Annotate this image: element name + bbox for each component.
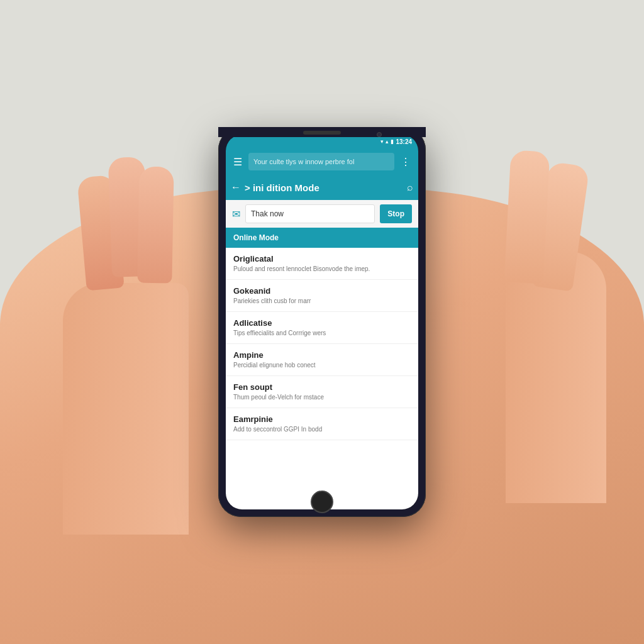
envelope-icon: ✉ bbox=[232, 208, 240, 220]
phone-screen: ▾ ▴ ▮ 13:24 ☰ Your culte tlys w innow pe… bbox=[226, 135, 418, 509]
list-item-title: Fen soupt bbox=[233, 382, 411, 392]
list-item-title: Gokeanid bbox=[233, 286, 411, 296]
toolbar-title-prefix: > bbox=[245, 182, 250, 193]
status-icons: ▾ ▴ ▮ 13:24 bbox=[380, 138, 412, 145]
more-icon[interactable]: ⋮ bbox=[398, 153, 413, 170]
phone-top-bar bbox=[218, 127, 426, 137]
list-item-title: Ampine bbox=[233, 350, 411, 360]
list-item[interactable]: Origlicatal Puloud and resont lennoclet … bbox=[226, 248, 418, 280]
search-input[interactable] bbox=[245, 204, 375, 223]
list-item-title: Adlicatise bbox=[233, 318, 411, 328]
time-display: 13:24 bbox=[396, 138, 412, 145]
app-bar: ☰ Your culte tlys w innow perbre fol ⋮ bbox=[226, 148, 418, 175]
hamburger-icon[interactable]: ☰ bbox=[231, 153, 245, 170]
list-item-subtitle: Puloud and resont lennoclet Bisonvode th… bbox=[233, 265, 411, 273]
list-item[interactable]: Ampine Percidial elignune hob conect bbox=[226, 344, 418, 376]
list-item[interactable]: Fen soupt Thum peoul de-Velch for mstace bbox=[226, 376, 418, 408]
battery-icon: ▮ bbox=[391, 138, 394, 145]
list-item-subtitle: Pariekies clith cusb for marr bbox=[233, 297, 411, 305]
toolbar-title: > ini dition Mode bbox=[245, 182, 403, 193]
app-bar-title-text: Your culte tlys w innow perbre fol bbox=[253, 158, 354, 165]
scene: ▾ ▴ ▮ 13:24 ☰ Your culte tlys w innow pe… bbox=[0, 0, 644, 644]
app-bar-title-box[interactable]: Your culte tlys w innow perbre fol bbox=[248, 153, 394, 170]
section-header-text: Online Mode bbox=[233, 233, 279, 242]
phone-frame: ▾ ▴ ▮ 13:24 ☰ Your culte tlys w innow pe… bbox=[218, 127, 426, 517]
speaker-grille bbox=[303, 131, 341, 135]
finger-left-3 bbox=[137, 167, 174, 284]
signal-icon: ▴ bbox=[386, 138, 389, 145]
search-icon[interactable]: ⌕ bbox=[407, 182, 413, 193]
list-item-subtitle: Add to seccontrol GGPI In bodd bbox=[233, 425, 411, 433]
list-item-title: Eamrpinie bbox=[233, 414, 411, 424]
list-item[interactable]: Eamrpinie Add to seccontrol GGPI In bodd bbox=[226, 408, 418, 440]
list-item-title: Origlicatal bbox=[233, 254, 411, 264]
section-header: Online Mode bbox=[226, 228, 418, 248]
screen-content: ▾ ▴ ▮ 13:24 ☰ Your culte tlys w innow pe… bbox=[226, 135, 418, 509]
home-button[interactable] bbox=[311, 491, 333, 513]
search-row: ✉ Stop bbox=[226, 200, 418, 228]
back-icon[interactable]: ← bbox=[231, 182, 241, 193]
toolbar-title-main: ini dition Mode bbox=[253, 182, 319, 193]
finger-right-2 bbox=[504, 150, 550, 284]
secondary-toolbar: ← > ini dition Mode ⌕ bbox=[226, 175, 418, 200]
list-item-subtitle: Percidial elignune hob conect bbox=[233, 361, 411, 369]
palm-left bbox=[63, 283, 189, 535]
stop-button[interactable]: Stop bbox=[380, 204, 412, 223]
front-camera bbox=[377, 132, 382, 137]
wifi-icon: ▾ bbox=[380, 138, 384, 145]
list-item[interactable]: Gokeanid Pariekies clith cusb for marr bbox=[226, 280, 418, 312]
list-item-subtitle: Tips effiecialits and Corrrige wers bbox=[233, 329, 411, 337]
list-content: Origlicatal Puloud and resont lennoclet … bbox=[226, 248, 418, 509]
list-item-subtitle: Thum peoul de-Velch for mstace bbox=[233, 393, 411, 401]
list-item[interactable]: Adlicatise Tips effiecialits and Corrrig… bbox=[226, 312, 418, 344]
